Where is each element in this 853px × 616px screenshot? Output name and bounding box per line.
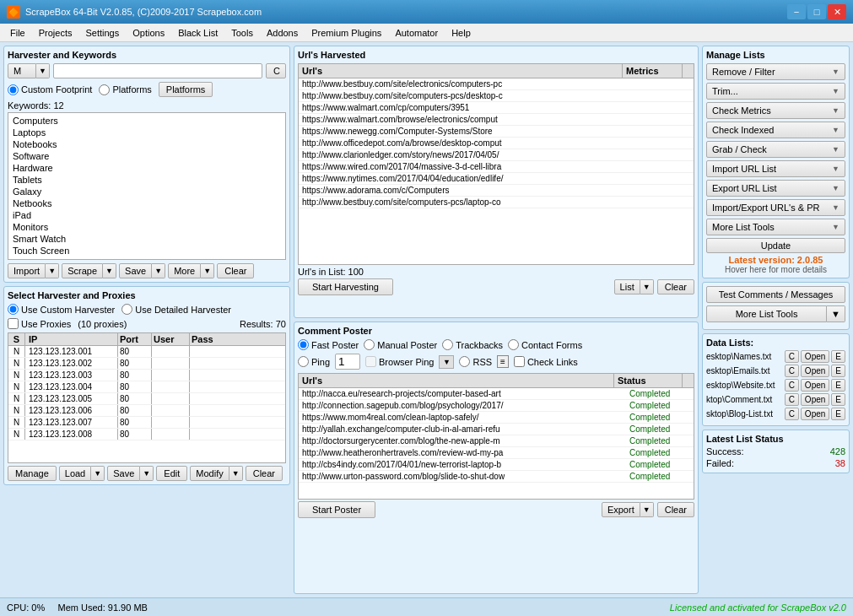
ping-radio[interactable]: Ping bbox=[298, 356, 330, 367]
scrape-button[interactable]: Scrape ▼ bbox=[62, 263, 116, 278]
modify-proxies-button[interactable]: Modify ▼ bbox=[190, 466, 242, 481]
search-input[interactable] bbox=[53, 63, 262, 78]
comment-url-row[interactable]: http://www.urton-password.com/blog/slide… bbox=[299, 471, 694, 483]
list-button[interactable]: List ▼ bbox=[614, 279, 654, 294]
data-list-open-button[interactable]: Open bbox=[801, 408, 829, 420]
load-proxies-button[interactable]: Load ▼ bbox=[59, 466, 105, 481]
menu-projects[interactable]: Projects bbox=[32, 26, 79, 40]
more-list-tools-arrow[interactable]: ▼ bbox=[827, 305, 845, 322]
save-button[interactable]: Save ▼ bbox=[119, 263, 165, 278]
check-indexed-button[interactable]: Check Indexed▼ bbox=[706, 122, 845, 138]
minimize-button[interactable]: − bbox=[787, 4, 806, 19]
data-list-e-button[interactable]: E bbox=[831, 408, 845, 420]
browser-ping-checkbox[interactable]: Browser Ping bbox=[365, 356, 434, 367]
import-export-urls-button[interactable]: Import/Export URL's & PR▼ bbox=[706, 199, 845, 216]
edit-proxies-button[interactable]: Edit bbox=[156, 466, 187, 481]
data-list-e-button[interactable]: E bbox=[831, 350, 845, 363]
save-button-main[interactable]: Save bbox=[119, 263, 152, 278]
data-list-c-button[interactable]: C bbox=[785, 350, 799, 363]
data-list-c-button[interactable]: C bbox=[785, 408, 799, 420]
url-row[interactable]: http://www.bestbuy.com/site/electronics/… bbox=[299, 78, 694, 90]
export-button[interactable]: Export ▼ bbox=[602, 502, 654, 517]
keyword-item[interactable]: Laptops bbox=[10, 127, 283, 138]
proxy-table[interactable]: S IP Port User Pass N 123.123.123.001 80… bbox=[8, 332, 286, 463]
remove-filter-button[interactable]: Remove / Filter▼ bbox=[706, 63, 845, 80]
data-list-c-button[interactable]: C bbox=[785, 365, 799, 377]
scrape-button-main[interactable]: Scrape bbox=[62, 263, 103, 278]
comment-url-row[interactable]: http://connection.sagepub.com/blog/psych… bbox=[299, 400, 694, 412]
manual-poster-radio[interactable]: Manual Poster bbox=[364, 339, 437, 350]
more-button-arrow[interactable]: ▼ bbox=[201, 263, 214, 278]
keyword-item[interactable]: iPad bbox=[10, 209, 283, 221]
load-proxies-arrow[interactable]: ▼ bbox=[91, 466, 105, 481]
grab-check-button[interactable]: Grab / Check▼ bbox=[706, 141, 845, 158]
platforms-button[interactable]: Platforms bbox=[159, 82, 213, 97]
keyword-item[interactable]: Hardware bbox=[10, 162, 283, 174]
detailed-harvester-radio[interactable]: Use Detailed Harvester bbox=[121, 304, 231, 315]
rss-radio[interactable]: RSS bbox=[459, 356, 492, 367]
data-list-e-button[interactable]: E bbox=[831, 393, 845, 406]
import-button[interactable]: Import ▼ bbox=[8, 263, 59, 278]
url-row[interactable]: https://www.adorama.com/c/Computers bbox=[299, 185, 694, 197]
export-button-main[interactable]: Export bbox=[602, 502, 640, 517]
url-list[interactable]: http://www.bestbuy.com/site/electronics/… bbox=[299, 78, 694, 264]
keyword-item[interactable]: Monitors bbox=[10, 221, 283, 233]
menu-automator[interactable]: Automator bbox=[388, 26, 445, 40]
custom-harvester-radio[interactable]: Use Custom Harvester bbox=[8, 304, 115, 315]
url-row[interactable]: http://www.clarionledger.com/story/news/… bbox=[299, 149, 694, 161]
keyword-item[interactable]: Notebooks bbox=[10, 138, 283, 150]
data-list-open-button[interactable]: Open bbox=[801, 379, 829, 392]
start-harvesting-button[interactable]: Start Harvesting bbox=[298, 278, 393, 295]
keyword-item[interactable]: Computers bbox=[10, 115, 283, 127]
menu-settings[interactable]: Settings bbox=[78, 26, 126, 40]
maximize-button[interactable]: □ bbox=[807, 4, 826, 19]
check-links-checkbox[interactable]: Check Links bbox=[514, 356, 578, 367]
import-button-main[interactable]: Import bbox=[8, 263, 46, 278]
keyword-item[interactable]: Touch Screen bbox=[10, 245, 283, 257]
modify-proxies-main[interactable]: Modify bbox=[190, 466, 229, 481]
data-list-c-button[interactable]: C bbox=[785, 379, 799, 392]
browser-ping-dropdown[interactable]: ▼ bbox=[439, 355, 454, 369]
comment-url-row[interactable]: https://www.mom4real.com/clean-laptop-sa… bbox=[299, 412, 694, 424]
more-button[interactable]: More ▼ bbox=[168, 263, 214, 278]
trackbacks-radio[interactable]: Trackbacks bbox=[442, 339, 503, 350]
comment-url-row[interactable]: http://doctorsurgerycenter.com/blog/the-… bbox=[299, 435, 694, 447]
comment-url-row[interactable]: http://yallah.exchange/computer-club-in-… bbox=[299, 424, 694, 435]
comment-url-table[interactable]: Url's Status http://nacca.eu/research-pr… bbox=[298, 373, 694, 500]
export-button-arrow[interactable]: ▼ bbox=[640, 502, 654, 517]
c-button[interactable]: C bbox=[266, 63, 286, 78]
url-row[interactable]: https://www.wired.com/2017/04/massive-3-… bbox=[299, 161, 694, 173]
menu-options[interactable]: Options bbox=[126, 26, 171, 40]
platforms-radio[interactable]: Platforms bbox=[99, 84, 151, 95]
data-list-e-button[interactable]: E bbox=[831, 365, 845, 377]
list-button-arrow[interactable]: ▼ bbox=[640, 279, 654, 294]
m-dropdown-main[interactable]: M bbox=[8, 63, 36, 78]
clear-proxies-button[interactable]: Clear bbox=[246, 466, 283, 481]
custom-footprint-radio[interactable]: Custom Footprint bbox=[8, 84, 92, 95]
export-url-list-button[interactable]: Export URL List▼ bbox=[706, 180, 845, 197]
comment-url-row[interactable]: http://cbs4indy.com/2017/04/01/new-terro… bbox=[299, 459, 694, 471]
more-list-tools-manage-button[interactable]: More List Tools▼ bbox=[706, 219, 845, 235]
test-comments-button[interactable]: Test Comments / Messages bbox=[706, 286, 845, 303]
ping-input[interactable] bbox=[335, 354, 360, 370]
modify-proxies-arrow[interactable]: ▼ bbox=[229, 466, 243, 481]
clear-keywords-button[interactable]: Clear bbox=[217, 263, 254, 278]
save-proxies-arrow[interactable]: ▼ bbox=[140, 466, 154, 481]
keyword-item[interactable]: Netbooks bbox=[10, 197, 283, 209]
clear-urls-button[interactable]: Clear bbox=[657, 279, 694, 294]
data-list-c-button[interactable]: C bbox=[785, 393, 799, 406]
data-list-open-button[interactable]: Open bbox=[801, 350, 829, 363]
menu-addons[interactable]: Addons bbox=[260, 26, 305, 40]
scrape-button-arrow[interactable]: ▼ bbox=[103, 263, 116, 278]
import-button-arrow[interactable]: ▼ bbox=[46, 263, 59, 278]
close-button[interactable]: ✕ bbox=[828, 4, 846, 19]
update-button[interactable]: Update bbox=[706, 238, 845, 253]
save-proxies-button[interactable]: Save ▼ bbox=[107, 466, 154, 481]
data-list-e-button[interactable]: E bbox=[831, 379, 845, 392]
url-row[interactable]: http://www.officedepot.com/a/browse/desk… bbox=[299, 138, 694, 149]
data-list-open-button[interactable]: Open bbox=[801, 365, 829, 377]
url-row[interactable]: https://www.walmart.com/browse/electroni… bbox=[299, 114, 694, 126]
keyword-list[interactable]: ComputersLaptopsNotebooksSoftwareHardwar… bbox=[8, 112, 286, 260]
manage-proxies-button[interactable]: Manage bbox=[8, 466, 57, 481]
keyword-item[interactable]: Galaxy bbox=[10, 186, 283, 197]
